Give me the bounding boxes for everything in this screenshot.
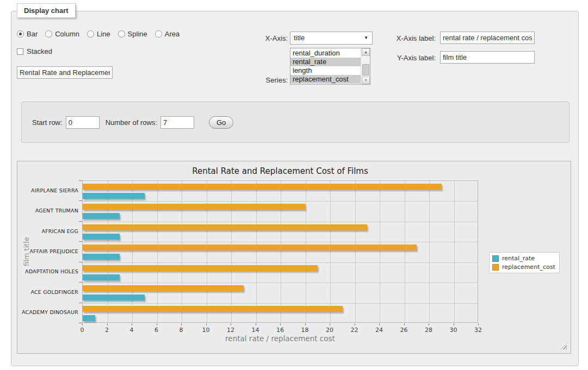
legend-label: replacement_cost <box>502 264 555 271</box>
radio-column[interactable]: Column <box>45 30 79 38</box>
gridline <box>182 181 182 322</box>
gridline <box>380 181 380 322</box>
tick-mark <box>79 262 82 262</box>
radio-area[interactable]: Area <box>155 30 180 38</box>
y-category-label: AFRICAN EGG <box>19 228 78 234</box>
x-axis-select[interactable]: title ▼ <box>290 32 373 45</box>
x-tick-label: 24 <box>375 327 383 334</box>
gridline <box>454 181 455 322</box>
chart-title: Rental Rate and Replacement Cost of Film… <box>82 166 478 176</box>
series-option-replacement_cost[interactable]: replacement_cost <box>290 75 361 84</box>
scrollbar-thumb[interactable] <box>362 64 369 76</box>
listbox-scrollbar: ▲ ▼ <box>361 48 370 84</box>
gridline <box>256 181 257 322</box>
num-rows-input[interactable] <box>160 116 194 129</box>
tick-mark <box>305 323 306 325</box>
series-option-rental_rate[interactable]: rental_rate <box>290 58 361 66</box>
bar-rental_rate <box>83 213 120 219</box>
series-listbox[interactable]: rental_durationrental_ratelengthreplacem… <box>290 48 370 85</box>
display-chart-panel: Display chart BarColumnLineSplineArea St… <box>11 11 579 366</box>
stacked-checkbox[interactable] <box>17 48 23 55</box>
bar-replacement_cost <box>83 285 244 291</box>
x-tick-label: 14 <box>252 327 259 334</box>
x-tick-label: 6 <box>154 327 158 334</box>
tick-mark <box>256 323 256 325</box>
y-category-label: ACADEMY DINOSAUR <box>19 309 78 315</box>
x-axis-label-field-label: X-Axis label: <box>389 34 436 42</box>
tick-mark <box>454 323 454 325</box>
tick-mark <box>181 323 182 325</box>
y-axis-label-input[interactable] <box>440 51 535 64</box>
gridline <box>132 181 133 322</box>
x-axis-label: X-Axis: <box>244 34 288 42</box>
x-tick-label: 26 <box>400 327 408 334</box>
radio-label: Area <box>165 30 180 38</box>
gridline <box>281 181 281 322</box>
tick-mark <box>79 200 82 201</box>
go-button[interactable]: Go <box>209 116 233 129</box>
y-category-label: ACE GOLDFINGER <box>19 289 78 295</box>
tick-mark <box>379 323 380 325</box>
gridline <box>83 303 478 304</box>
y-category-label: AGENT TRUMAN <box>19 208 78 214</box>
gridline <box>429 181 430 322</box>
x-tick-label: 30 <box>450 327 457 334</box>
start-row-label: Start row: <box>32 118 63 127</box>
radio-label: Line <box>97 30 110 38</box>
legend-swatch <box>492 255 499 262</box>
gridline <box>330 181 331 322</box>
bar-replacement_cost <box>83 306 343 312</box>
chart-type-options: BarColumnLineSplineArea <box>17 30 180 38</box>
gridline <box>355 181 356 322</box>
x-tick-label: 20 <box>326 327 333 334</box>
radio-label: Column <box>55 30 79 38</box>
tick-mark <box>79 303 82 303</box>
gridline <box>108 181 108 322</box>
tick-mark <box>330 323 330 325</box>
page: Display chart BarColumnLineSplineArea St… <box>0 0 588 370</box>
dropdown-arrow-icon: ▼ <box>364 32 368 44</box>
tick-mark <box>404 323 405 325</box>
bar-replacement_cost <box>83 204 305 210</box>
chart-legend: rental_ratereplacement_cost <box>489 252 560 273</box>
bar-replacement_cost <box>83 184 442 190</box>
scroll-down-icon[interactable]: ▼ <box>362 77 370 84</box>
x-tick-label: 18 <box>301 327 309 334</box>
series-option-length[interactable]: length <box>290 66 361 75</box>
gridline <box>207 181 207 322</box>
resize-grip-icon[interactable] <box>561 343 567 349</box>
series-option-rental_duration[interactable]: rental_duration <box>290 49 361 58</box>
bar-replacement_cost <box>83 244 417 250</box>
bar-rental_rate <box>83 294 145 300</box>
tick-mark <box>79 221 82 222</box>
radio-bar[interactable]: Bar <box>17 30 38 38</box>
tick-mark <box>280 323 281 325</box>
tick-mark <box>79 241 82 242</box>
x-tick-label: 32 <box>474 327 482 334</box>
tick-mark <box>478 323 479 325</box>
gridline <box>157 181 158 322</box>
radio-line[interactable]: Line <box>87 30 110 38</box>
tick-mark <box>132 323 132 325</box>
x-axis-title: rental rate / replacement cost <box>82 334 478 343</box>
bar-rental_rate <box>83 234 120 240</box>
radio-spline[interactable]: Spline <box>118 30 147 38</box>
radio-icon <box>87 30 94 37</box>
num-rows-label: Number of rows: <box>106 118 157 127</box>
y-axis-label-field-label: Y-Axis label: <box>389 54 436 62</box>
tick-mark <box>157 323 157 325</box>
plot-area <box>82 180 478 323</box>
scroll-up-icon[interactable]: ▲ <box>362 48 370 56</box>
bar-replacement_cost <box>83 224 367 230</box>
chart-title-input[interactable] <box>17 66 113 79</box>
radio-icon <box>118 30 125 37</box>
radio-icon <box>45 30 52 37</box>
series-label: Series: <box>244 76 288 84</box>
bar-rental_rate <box>83 274 120 280</box>
x-tick-label: 2 <box>105 327 109 334</box>
gridline <box>231 181 232 322</box>
tick-mark <box>79 180 82 181</box>
x-axis-label-input[interactable] <box>440 32 535 44</box>
x-tick-label: 22 <box>351 327 358 334</box>
start-row-input[interactable] <box>66 116 100 129</box>
